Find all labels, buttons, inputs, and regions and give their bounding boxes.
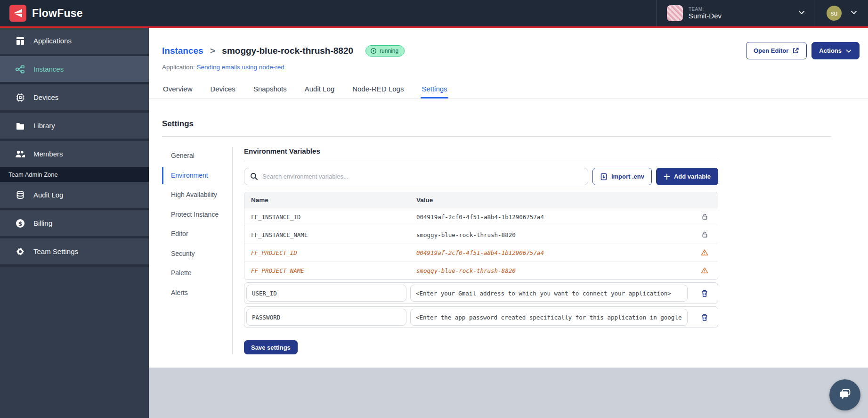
chevron-down-icon [798, 8, 805, 18]
svg-text:$: $ [18, 220, 22, 227]
folder-icon [15, 122, 25, 130]
sidebar-item-label: Library [33, 122, 55, 130]
team-avatar [667, 5, 683, 21]
import-env-button[interactable]: Import .env [592, 168, 652, 185]
sidebar-item-label: Members [33, 150, 63, 158]
subnav-item-security[interactable]: Security [162, 245, 227, 263]
table-row: FF_INSTANCE_NAME smoggy-blue-rock-thrush… [244, 226, 718, 244]
running-icon [370, 48, 377, 54]
sidebar-item-applications[interactable]: Applications [0, 28, 149, 54]
environment-title: Environment Variables [244, 147, 718, 155]
flowfuse-logo-icon [9, 5, 26, 22]
warning-icon [691, 267, 718, 275]
divider [162, 136, 831, 137]
settings-subnav: General Environment High Availability Pr… [162, 147, 233, 354]
tab-node-red-logs[interactable]: Node-RED Logs [351, 81, 405, 98]
instance-header: Instances > smoggy-blue-rock-thrush-8820… [149, 28, 868, 71]
warning-icon [691, 249, 718, 257]
topbar-right: TEAM: Sumit-Dev su [656, 0, 868, 26]
environment-panel: Environment Variables [244, 147, 718, 354]
search-icon [250, 172, 258, 180]
env-var-name: FF_INSTANCE_ID [244, 213, 410, 221]
env-var-value: 004919af-2cf0-4f51-a8b4-1b12906757a4 [410, 249, 691, 256]
env-var-editable-row [244, 306, 718, 328]
tab-devices[interactable]: Devices [210, 81, 236, 98]
user-menu[interactable]: su [816, 0, 868, 26]
tab-overview[interactable]: Overview [162, 81, 194, 98]
env-variables-table: Name Value FF_INSTANCE_ID 004919af-2cf0-… [244, 192, 718, 280]
subnav-item-general[interactable]: General [162, 147, 227, 165]
env-var-value: smoggy-blue-rock-thrush-8820 [410, 267, 691, 274]
team-admin-zone-label: Team Admin Zone [0, 167, 149, 182]
sidebar-item-members[interactable]: Members [0, 141, 149, 167]
application-line: Application: Sending emails using node-r… [162, 64, 860, 71]
sidebar-item-audit-log[interactable]: Audit Log [0, 182, 149, 208]
chat-widget-button[interactable] [829, 379, 860, 410]
save-settings-button[interactable]: Save settings [244, 340, 298, 354]
env-var-value-input[interactable] [410, 285, 688, 302]
status-badge: running [365, 45, 405, 57]
subnav-item-protect-instance[interactable]: Protect Instance [162, 206, 227, 224]
env-var-name-input[interactable] [246, 285, 406, 302]
tab-snapshots[interactable]: Snapshots [252, 81, 288, 98]
chevron-down-icon [845, 48, 852, 54]
main-content: Instances > smoggy-blue-rock-thrush-8820… [149, 28, 868, 418]
breadcrumb-separator: > [210, 46, 215, 56]
table-header: Name Value [244, 192, 718, 208]
subnav-item-high-availability[interactable]: High Availability [162, 186, 227, 204]
team-switcher[interactable]: TEAM: Sumit-Dev [657, 0, 816, 26]
gear-icon [15, 247, 25, 256]
users-icon [15, 150, 25, 158]
dollar-icon: $ [15, 219, 25, 228]
divider [244, 161, 718, 161]
breadcrumb-instances-link[interactable]: Instances [162, 46, 203, 56]
sidebar-item-label: Instances [33, 65, 64, 73]
subnav-item-alerts[interactable]: Alerts [162, 284, 227, 302]
sidebar-item-team-settings[interactable]: Team Settings [0, 238, 149, 264]
sidebar: Applications Instances Dev [0, 28, 149, 418]
tab-settings[interactable]: Settings [421, 81, 448, 98]
subnav-item-environment[interactable]: Environment [162, 167, 227, 185]
add-variable-button[interactable]: Add variable [656, 168, 718, 185]
lock-icon [691, 213, 718, 221]
application-link[interactable]: Sending emails using node-red [197, 64, 284, 71]
chat-bubbles-icon [837, 387, 853, 403]
env-var-name: FF_PROJECT_NAME [244, 267, 410, 274]
sidebar-item-library[interactable]: Library [0, 113, 149, 139]
settings-title: Settings [162, 119, 831, 129]
sidebar-item-label: Billing [33, 219, 52, 227]
open-editor-button[interactable]: Open Editor [746, 42, 807, 59]
brand[interactable]: FlowFuse [9, 5, 83, 22]
sidebar-item-label: Devices [33, 93, 58, 101]
search-input[interactable] [262, 173, 582, 180]
breadcrumb: Instances > smoggy-blue-rock-thrush-8820 [162, 46, 353, 56]
column-header-value: Value [410, 197, 691, 204]
sidebar-item-label: Audit Log [33, 191, 63, 199]
env-var-name-input[interactable] [246, 309, 406, 326]
actions-button[interactable]: Actions [811, 42, 860, 59]
applications-icon [15, 36, 25, 46]
page-title: smoggy-blue-rock-thrush-8820 [222, 46, 353, 56]
env-var-editable-row [244, 282, 718, 304]
import-file-icon [600, 173, 608, 180]
env-var-name: FF_PROJECT_ID [244, 249, 410, 256]
sidebar-item-devices[interactable]: Devices [0, 84, 149, 110]
table-row: FF_PROJECT_NAME smoggy-blue-rock-thrush-… [244, 262, 718, 279]
env-var-name: FF_INSTANCE_NAME [244, 231, 410, 238]
delete-variable-button[interactable] [691, 313, 718, 321]
env-var-value-input[interactable] [410, 309, 688, 326]
user-avatar: su [827, 6, 842, 21]
sidebar-item-label: Applications [33, 37, 72, 45]
tab-audit-log[interactable]: Audit Log [304, 81, 335, 98]
subnav-item-palette[interactable]: Palette [162, 264, 227, 282]
sidebar-item-billing[interactable]: $ Billing [0, 210, 149, 236]
env-var-value: 004919af-2cf0-4f51-a8b4-1b12906757a4 [410, 213, 691, 221]
table-row: FF_INSTANCE_ID 004919af-2cf0-4f51-a8b4-1… [244, 208, 718, 226]
team-label: TEAM: [689, 7, 722, 12]
delete-variable-button[interactable] [691, 289, 718, 297]
settings-section: Settings General Environment High Availa… [149, 98, 868, 354]
team-name: Sumit-Dev [689, 12, 722, 20]
instance-tabs: Overview Devices Snapshots Audit Log Nod… [149, 81, 868, 98]
subnav-item-editor[interactable]: Editor [162, 225, 227, 243]
sidebar-item-instances[interactable]: Instances [0, 56, 149, 82]
